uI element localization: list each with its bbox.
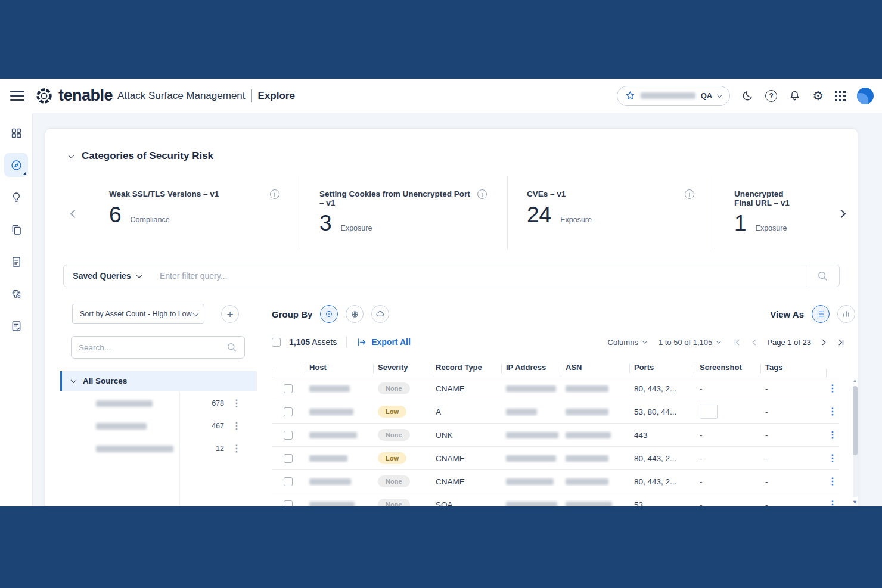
star-icon[interactable] xyxy=(625,91,635,101)
record-type-cell: CNAME xyxy=(431,477,501,486)
sidebar-item-templates[interactable] xyxy=(4,217,28,241)
dark-mode-moon-icon[interactable] xyxy=(741,89,754,102)
user-avatar[interactable] xyxy=(857,88,874,104)
source-list-item[interactable]: 678 ⋮ xyxy=(60,392,257,415)
sidebar-item-integrations[interactable] xyxy=(4,282,28,306)
collapse-section-chevron-icon[interactable] xyxy=(69,153,74,158)
sidebar-item-explore[interactable] xyxy=(4,153,28,177)
group-by-cloud-button[interactable] xyxy=(371,305,389,323)
column-header-record-type[interactable]: Record Type xyxy=(431,363,501,372)
next-page-icon[interactable] xyxy=(819,338,828,347)
document-check-icon xyxy=(10,320,23,332)
row-kebab-menu-icon[interactable]: ⋮ xyxy=(828,477,837,486)
source-list-item[interactable]: 467 ⋮ xyxy=(60,415,257,437)
row-checkbox[interactable] xyxy=(284,454,293,463)
host-redacted xyxy=(309,478,351,485)
notifications-bell-icon[interactable] xyxy=(788,89,801,102)
row-kebab-menu-icon[interactable]: ⋮ xyxy=(828,430,837,440)
host-redacted xyxy=(309,409,353,415)
search-icon xyxy=(226,342,244,353)
account-selector[interactable]: QA xyxy=(617,86,731,106)
columns-dropdown[interactable]: Columns xyxy=(608,338,647,347)
sidebar-item-logs[interactable] xyxy=(4,314,28,338)
export-icon xyxy=(356,337,367,347)
column-header-ports[interactable]: Ports xyxy=(629,363,695,372)
scroll-up-icon[interactable]: ▲ xyxy=(852,378,858,384)
group-by-domain-button[interactable] xyxy=(346,305,364,323)
settings-gear-icon[interactable]: ⚙ xyxy=(812,89,824,102)
risk-card[interactable]: CVEs – v1 i 24 Exposure xyxy=(508,176,715,249)
prev-page-icon[interactable] xyxy=(750,338,759,347)
sidebar-item-dashboard[interactable] xyxy=(4,121,28,145)
info-icon[interactable]: i xyxy=(270,189,279,199)
sources-search-input[interactable] xyxy=(72,343,226,352)
all-sources-group-header[interactable]: All Sources xyxy=(60,371,257,391)
record-type-cell: A xyxy=(431,407,501,416)
export-all-label: Export All xyxy=(371,337,411,347)
select-all-checkbox[interactable] xyxy=(272,338,281,347)
risk-card[interactable]: Setting Cookies from Unencrypted Port – … xyxy=(300,176,508,249)
source-kebab-menu-icon[interactable]: ⋮ xyxy=(232,399,241,408)
column-header-host[interactable]: Host xyxy=(305,363,373,372)
table-row[interactable]: Low CNAME 80, 443, 2... - - ⋮ xyxy=(272,447,839,470)
asn-redacted xyxy=(566,432,611,438)
add-source-button[interactable]: + xyxy=(221,305,239,323)
sort-dropdown[interactable]: Sort by Asset Count - High to Low xyxy=(72,304,204,324)
saved-queries-dropdown[interactable]: Saved Queries xyxy=(64,265,150,287)
scrollbar-track[interactable] xyxy=(853,386,858,497)
view-as-chart-button[interactable] xyxy=(837,305,855,323)
info-icon[interactable]: i xyxy=(685,189,694,199)
group-by-none-button[interactable] xyxy=(320,305,338,323)
column-header-tags[interactable]: Tags xyxy=(760,363,826,372)
asn-redacted xyxy=(566,502,612,506)
ip-redacted xyxy=(506,432,558,438)
row-kebab-menu-icon[interactable]: ⋮ xyxy=(828,453,837,463)
row-checkbox[interactable] xyxy=(284,500,293,507)
filter-search-button[interactable] xyxy=(806,265,839,287)
scrollbar-thumb[interactable] xyxy=(853,386,858,455)
view-as-list-button[interactable] xyxy=(812,305,830,323)
hamburger-menu-icon[interactable] xyxy=(10,91,24,101)
column-header-severity[interactable]: Severity xyxy=(373,363,431,372)
table-row[interactable]: Low A 53, 80, 44... - ⋮ xyxy=(272,400,839,424)
dashboard-grid-icon xyxy=(10,127,23,139)
source-kebab-menu-icon[interactable]: ⋮ xyxy=(232,421,241,431)
sidebar-item-insights[interactable] xyxy=(4,185,28,209)
row-checkbox[interactable] xyxy=(284,407,293,416)
table-scrollbar[interactable]: ▲ ▼ xyxy=(851,378,858,505)
risk-card[interactable]: Weak SSL/TLS Versions – v1 i 6 Complianc… xyxy=(90,176,300,249)
row-checkbox[interactable] xyxy=(284,431,293,440)
record-type-cell: SOA xyxy=(431,500,501,507)
filter-query-input[interactable] xyxy=(150,265,806,287)
first-page-icon[interactable] xyxy=(732,338,741,347)
scroll-down-icon[interactable]: ▼ xyxy=(852,500,858,505)
source-list-item[interactable]: 12 ⋮ xyxy=(60,437,257,460)
table-row[interactable]: None CNAME 80, 443, 2... - - ⋮ xyxy=(272,377,839,400)
column-header-ip-address[interactable]: IP Address xyxy=(501,363,561,372)
info-icon[interactable]: i xyxy=(477,189,487,199)
rows-range-dropdown[interactable]: 1 to 50 of 1,105 xyxy=(659,338,720,347)
table-body: None CNAME 80, 443, 2... - - ⋮ Low A xyxy=(272,377,839,506)
help-icon[interactable]: ? xyxy=(765,90,777,102)
risk-card[interactable]: Unencrypted Final URL – v1 1 Exposure xyxy=(715,176,830,249)
export-all-button[interactable]: Export All xyxy=(356,337,411,347)
apps-grid-icon[interactable] xyxy=(835,91,846,101)
tags-cell: - xyxy=(760,431,826,440)
row-kebab-menu-icon[interactable]: ⋮ xyxy=(828,384,837,393)
table-row[interactable]: None UNK 443 - - ⋮ xyxy=(272,424,839,447)
table-row[interactable]: None CNAME 80, 443, 2... - - ⋮ xyxy=(272,470,839,493)
chevron-down-icon xyxy=(193,310,199,316)
row-checkbox[interactable] xyxy=(284,384,293,393)
carousel-prev-icon[interactable] xyxy=(72,209,77,219)
carousel-next-icon[interactable] xyxy=(838,209,844,219)
last-page-icon[interactable] xyxy=(837,338,846,347)
column-header-asn[interactable]: ASN xyxy=(561,363,629,372)
row-kebab-menu-icon[interactable]: ⋮ xyxy=(828,407,837,416)
sidebar-item-reports[interactable] xyxy=(4,250,28,273)
column-header-screenshot[interactable]: Screenshot xyxy=(695,363,760,372)
table-row[interactable]: None SOA 53 - - ⋮ xyxy=(272,493,839,506)
screenshot-thumb[interactable] xyxy=(700,405,718,419)
row-kebab-menu-icon[interactable]: ⋮ xyxy=(828,500,837,506)
source-kebab-menu-icon[interactable]: ⋮ xyxy=(232,444,241,453)
row-checkbox[interactable] xyxy=(284,477,293,486)
